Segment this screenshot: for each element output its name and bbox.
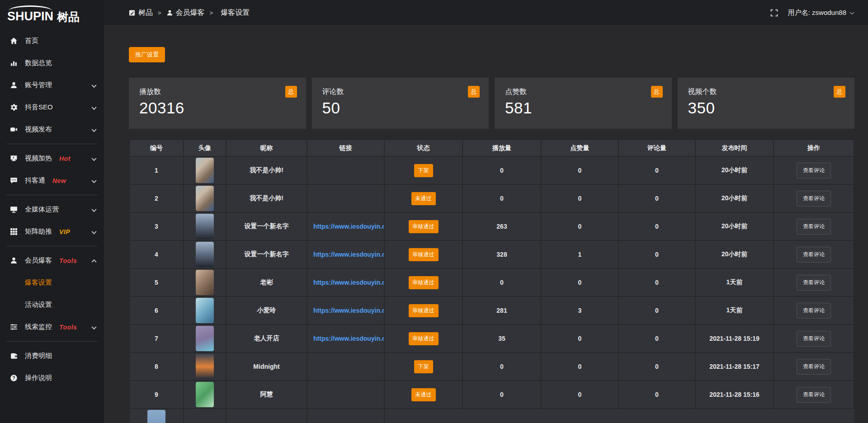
stat-value: 350 bbox=[688, 99, 846, 117]
status-badge[interactable]: 审核通过 bbox=[409, 248, 439, 261]
promo-settings-button[interactable]: 推广设置 bbox=[129, 47, 165, 62]
row-published: 20小时前 bbox=[695, 184, 774, 212]
row-comments: 0 bbox=[618, 324, 695, 352]
column-header: 操作 bbox=[774, 140, 854, 156]
video-link[interactable]: https://www.iesdouyin.c bbox=[307, 223, 384, 230]
table-row: 4 设置一个新名字 https://www.iesdouyin.c 审核通过 3… bbox=[129, 240, 854, 268]
avatar bbox=[196, 242, 214, 267]
sidebar-item-consumption-details[interactable]: 消费明细 bbox=[0, 345, 104, 367]
row-comments: 0 bbox=[618, 296, 695, 324]
column-header: 编号 bbox=[129, 140, 184, 156]
avatar bbox=[196, 158, 214, 183]
row-avatar-cell bbox=[184, 324, 226, 352]
status-badge[interactable]: 下架 bbox=[414, 360, 433, 373]
sidebar-item-operation-guide[interactable]: ? 操作说明 bbox=[0, 367, 104, 389]
question-icon: ? bbox=[10, 374, 18, 382]
column-header: 昵称 bbox=[226, 140, 307, 156]
status-badge[interactable]: 审核通过 bbox=[409, 304, 439, 317]
row-likes: 1 bbox=[541, 240, 618, 268]
row-published: 2021-11-28 15:17 bbox=[695, 352, 774, 381]
sidebar-item-matrix-boost[interactable]: 矩阵助推 VIP bbox=[0, 221, 104, 243]
row-id: 8 bbox=[129, 352, 184, 381]
status-badge[interactable]: 未通过 bbox=[411, 388, 436, 401]
sidebar-item-clue-monitor[interactable]: 线索监控 Tools bbox=[0, 316, 104, 338]
sidebar-item-account-management[interactable]: 账号管理 bbox=[0, 74, 104, 96]
row-id: 3 bbox=[129, 212, 184, 240]
stat-label: 评论数 bbox=[322, 87, 480, 97]
row-likes: 0 bbox=[541, 268, 618, 296]
view-comments-button[interactable]: 查看评论 bbox=[797, 303, 831, 319]
column-header: 播放量 bbox=[462, 140, 541, 156]
view-comments-button[interactable]: 查看评论 bbox=[797, 247, 831, 263]
screen-heat-icon bbox=[10, 155, 18, 163]
home-icon bbox=[10, 37, 18, 45]
avatar bbox=[196, 382, 214, 407]
column-header: 点赞量 bbox=[541, 140, 618, 156]
view-comments-button[interactable]: 查看评论 bbox=[797, 331, 831, 347]
table-row bbox=[129, 409, 854, 423]
breadcrumb-item-baoke-settings[interactable]: 爆客设置 bbox=[221, 8, 250, 18]
view-comments-button[interactable]: 查看评论 bbox=[797, 387, 831, 403]
status-badge[interactable]: 审核通过 bbox=[409, 332, 439, 345]
video-link[interactable]: https://www.iesdouyin.c bbox=[307, 251, 384, 258]
sidebar-subitem-activity-settings[interactable]: 活动设置 bbox=[0, 294, 104, 316]
user-icon bbox=[10, 81, 18, 89]
sidebar-item-video-heat[interactable]: 视频加热 Hot bbox=[0, 147, 104, 169]
row-avatar-cell bbox=[184, 296, 226, 324]
breadcrumb-separator: > bbox=[210, 9, 213, 16]
avatar bbox=[196, 214, 214, 239]
sidebar-item-douyin-seo[interactable]: 抖音SEO bbox=[0, 96, 104, 118]
row-plays: 0 bbox=[462, 268, 541, 296]
chevron-down-icon bbox=[91, 127, 96, 132]
view-comments-button[interactable]: 查看评论 bbox=[797, 191, 831, 207]
column-header: 状态 bbox=[384, 140, 462, 156]
table-row: 8 Midnight 下架 0 0 0 2021-11-28 15:17 查看评… bbox=[129, 352, 854, 381]
status-badge[interactable]: 下架 bbox=[414, 164, 433, 177]
row-id: 7 bbox=[129, 324, 184, 352]
video-link[interactable]: https://www.iesdouyin.c bbox=[307, 307, 384, 314]
row-likes: 0 bbox=[541, 352, 618, 381]
breadcrumb-item-member-baoke[interactable]: 会员爆客 bbox=[166, 8, 205, 18]
status-badge[interactable]: 未通过 bbox=[411, 192, 436, 205]
sidebar-item-media-operation[interactable]: 全媒体运营 bbox=[0, 198, 104, 221]
row-id: 5 bbox=[129, 268, 184, 296]
sidebar-item-home[interactable]: 首页 bbox=[0, 30, 104, 52]
sidebar-item-data-overview[interactable]: 数据总览 bbox=[0, 52, 104, 74]
view-comments-button[interactable]: 查看评论 bbox=[797, 163, 831, 179]
sidebar-subitem-baoke-settings[interactable]: 爆客设置 bbox=[0, 272, 104, 294]
row-id: 6 bbox=[129, 296, 184, 324]
stat-label: 播放数 bbox=[139, 87, 297, 97]
table-row: 7 老人开店 https://www.iesdouyin.c 审核通过 35 0… bbox=[129, 324, 854, 352]
user-menu[interactable]: 用户名: zswodun88 bbox=[788, 9, 854, 17]
row-likes: 0 bbox=[541, 184, 618, 212]
status-badge[interactable]: 审核通过 bbox=[409, 220, 439, 233]
edit-square-icon bbox=[129, 9, 136, 16]
video-link[interactable]: https://www.iesdouyin.c bbox=[307, 335, 384, 342]
user-icon bbox=[166, 9, 173, 16]
fullscreen-icon[interactable] bbox=[770, 9, 778, 17]
chevron-down-icon bbox=[850, 10, 854, 14]
sidebar-item-douketong[interactable]: 抖客通 New bbox=[0, 169, 104, 192]
row-plays: 0 bbox=[462, 381, 541, 409]
tag-tools: Tools bbox=[59, 324, 77, 331]
table-row: 6 小爱玲 https://www.iesdouyin.c 审核通过 281 3… bbox=[129, 296, 854, 324]
brand-logo[interactable]: SHUPIN 树品 bbox=[0, 0, 104, 25]
sidebar-item-member-baoke[interactable]: 会员爆客 Tools bbox=[0, 249, 104, 272]
stat-card: 播放数 总 20316 bbox=[129, 78, 306, 129]
view-comments-button[interactable]: 查看评论 bbox=[797, 275, 831, 291]
view-comments-button[interactable]: 查看评论 bbox=[797, 359, 831, 375]
row-comments: 0 bbox=[618, 381, 695, 409]
avatar bbox=[196, 298, 214, 323]
stat-value: 581 bbox=[505, 99, 663, 117]
video-link[interactable]: https://www.iesdouyin.c bbox=[307, 279, 384, 286]
sidebar-item-video-publish[interactable]: 视频发布 bbox=[0, 118, 104, 141]
row-published: 1天前 bbox=[695, 296, 774, 324]
view-comments-button[interactable]: 查看评论 bbox=[797, 219, 831, 235]
table-row: 9 阿慧 未通过 0 0 0 2021-11-28 15:16 查看评论 bbox=[129, 381, 854, 409]
status-badge[interactable]: 审核通过 bbox=[409, 276, 439, 289]
breadcrumb-separator: > bbox=[158, 9, 161, 16]
grid-icon bbox=[10, 228, 18, 236]
breadcrumb-item-shupin[interactable]: 树品 bbox=[129, 8, 153, 18]
sidebar-divider bbox=[6, 195, 98, 195]
row-nickname: 设置一个新名字 bbox=[226, 212, 307, 240]
